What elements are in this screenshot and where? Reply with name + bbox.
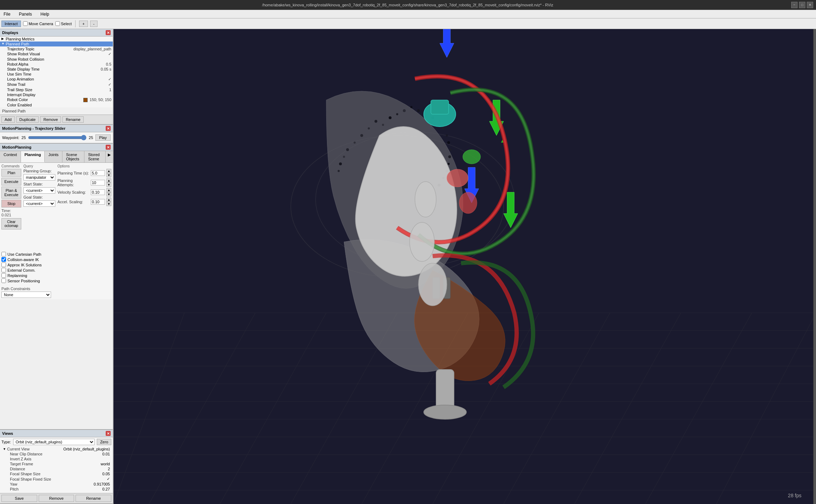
execute-button[interactable]: Execute: [1, 178, 21, 185]
tab-planning[interactable]: Planning: [21, 151, 45, 162]
planning-attempts-label: Planning Attempts:: [57, 178, 89, 187]
displays-close-button[interactable]: ✕: [106, 30, 111, 35]
start-state-dropdown: <current>: [23, 187, 55, 194]
tab-scene-objects[interactable]: Scene Objects: [62, 151, 84, 162]
path-constraints-select[interactable]: None: [1, 292, 51, 298]
interact-button[interactable]: Interact: [1, 21, 21, 27]
target-frame-item[interactable]: Target Frame world: [1, 461, 111, 466]
duplicate-button[interactable]: Duplicate: [16, 116, 39, 123]
window-controls[interactable]: − □ ✕: [791, 2, 813, 8]
use-sim-time-item[interactable]: Use Sim Time: [6, 72, 113, 77]
play-button[interactable]: Play: [95, 134, 111, 141]
use-cartesian-path-checkbox[interactable]: [1, 252, 6, 256]
displays-section: Displays ✕ ▶ Planning Metrics ▼ Planned …: [0, 29, 113, 125]
plan-execute-button[interactable]: Plan & Execute: [1, 187, 21, 199]
external-comm-checkbox[interactable]: [1, 268, 6, 272]
accel-scaling-row: Accel. Scaling: ▲ ▼: [57, 198, 111, 206]
accel-scaling-up[interactable]: ▲: [106, 198, 111, 202]
minimize-button[interactable]: −: [791, 2, 798, 8]
replanning-checkbox[interactable]: [1, 273, 6, 278]
planning-attempts-input[interactable]: [91, 180, 105, 185]
show-robot-visual-item[interactable]: Show Robot Visual ✓: [6, 51, 113, 57]
trajectory-slider-header[interactable]: MotionPlanning - Trajectory Slider ✕: [0, 125, 113, 132]
velocity-scaling-down[interactable]: ▼: [106, 192, 111, 196]
tab-stored-scene[interactable]: Stored Scene: [84, 151, 106, 162]
planning-time-up[interactable]: ▲: [106, 169, 111, 173]
loop-animation-item[interactable]: Loop Animation ✓: [6, 77, 113, 82]
trajectory-topic-item[interactable]: Trajectory Topic display_planned_path: [6, 46, 113, 51]
menu-help[interactable]: Help: [38, 11, 51, 17]
start-state-select[interactable]: <current>: [23, 187, 55, 194]
svg-point-35: [354, 142, 356, 144]
viewport-scrollbar[interactable]: [813, 29, 816, 504]
views-save-button[interactable]: Save: [1, 495, 37, 502]
plus-button[interactable]: +: [79, 21, 88, 27]
maximize-button[interactable]: □: [799, 2, 805, 8]
views-header[interactable]: Views ✕: [0, 430, 113, 437]
waypoint-slider[interactable]: [28, 135, 87, 140]
state-display-time-item[interactable]: State Display Time 0.05 s: [6, 67, 113, 72]
velocity-scaling-up[interactable]: ▲: [106, 188, 111, 192]
stop-button[interactable]: Stop: [1, 200, 21, 207]
views-close-button[interactable]: ✕: [106, 431, 111, 436]
tab-joints[interactable]: Joints: [45, 151, 62, 162]
planning-time-input[interactable]: [91, 170, 105, 176]
goal-state-select[interactable]: <current>: [23, 200, 55, 207]
menu-panels[interactable]: Panels: [17, 11, 34, 17]
views-type-select[interactable]: Orbit (rviz_default_plugins): [13, 439, 95, 445]
sensor-positioning-checkbox[interactable]: [1, 278, 6, 283]
rename-button[interactable]: Rename: [62, 116, 84, 123]
planning-attempts-spinner: ▲ ▼: [106, 178, 111, 187]
motion-planning-content: Commands Plan Execute Plan & Execute Sto…: [0, 163, 113, 299]
show-trail-item[interactable]: Show Trail ✓: [6, 82, 113, 87]
motion-planning-header[interactable]: MotionPlanning ✕: [0, 144, 113, 151]
select-check[interactable]: Select: [55, 21, 72, 26]
collision-aware-ik-checkbox[interactable]: [1, 257, 6, 262]
interrupt-display-item[interactable]: Interrupt Display: [6, 92, 113, 97]
pitch-item[interactable]: Pitch 0.27: [1, 487, 111, 492]
accel-scaling-input[interactable]: [91, 199, 105, 205]
svg-point-58: [424, 405, 466, 419]
displays-header[interactable]: Displays ✕: [0, 29, 113, 37]
minus-button[interactable]: -: [90, 21, 98, 27]
focal-shape-fixed-size-item[interactable]: Focal Shape Fixed Size ✓: [1, 476, 111, 482]
move-camera-check[interactable]: Move Camera: [23, 21, 53, 26]
planning-time-down[interactable]: ▼: [106, 173, 111, 177]
color-enabled-item[interactable]: Color Enabled: [6, 103, 113, 107]
motion-planning-close[interactable]: ✕: [106, 145, 111, 150]
close-button[interactable]: ✕: [807, 2, 813, 8]
velocity-scaling-input[interactable]: [91, 189, 105, 195]
yaw-item[interactable]: Yaw 0.917005: [1, 482, 111, 487]
add-button[interactable]: Add: [1, 116, 15, 123]
planning-attempts-down[interactable]: ▼: [106, 183, 111, 187]
accel-scaling-down[interactable]: ▼: [106, 202, 111, 206]
current-view-item[interactable]: ▼ Current View Orbit (rviz_default_plugi…: [1, 447, 111, 452]
planning-attempts-row: Planning Attempts: ▲ ▼: [57, 178, 111, 187]
tab-context[interactable]: Context: [0, 151, 21, 162]
invert-z-axis-item[interactable]: Invert Z Axis: [1, 456, 111, 461]
tab-more-button[interactable]: ▶: [106, 151, 113, 162]
approx-ik-solutions-checkbox[interactable]: [1, 262, 6, 267]
main-layout: Displays ✕ ▶ Planning Metrics ▼ Planned …: [0, 29, 816, 504]
distance-item[interactable]: Distance 2: [1, 466, 111, 471]
clear-octomap-button[interactable]: Clear octomap: [1, 218, 21, 229]
trajectory-slider-close[interactable]: ✕: [106, 126, 111, 131]
planning-group-select[interactable]: manipulator: [23, 174, 55, 181]
robot-color-item[interactable]: Robot Color 150; 50; 150: [6, 97, 113, 103]
views-remove-button[interactable]: Remove: [39, 495, 74, 502]
planning-attempts-up[interactable]: ▲: [106, 178, 111, 183]
trail-step-size-item[interactable]: Trail Step Size 1: [6, 87, 113, 92]
views-rename-button[interactable]: Rename: [76, 495, 111, 502]
remove-button[interactable]: Remove: [40, 116, 61, 123]
3d-viewport[interactable]: ▲: [113, 29, 816, 504]
robot-alpha-item[interactable]: Robot Alpha 0.5: [6, 62, 113, 67]
views-zero-button[interactable]: Zero: [97, 439, 111, 445]
plan-button[interactable]: Plan: [1, 169, 21, 177]
near-clip-distance-item[interactable]: Near Clip Distance 0.01: [1, 452, 111, 456]
planned-path-item[interactable]: ▼ Planned Path: [0, 41, 113, 46]
menu-file[interactable]: File: [1, 11, 12, 17]
planning-metrics-item[interactable]: ▶ Planning Metrics: [0, 37, 113, 41]
show-robot-collision-item[interactable]: Show Robot Collision: [6, 57, 113, 62]
focal-shape-size-item[interactable]: Focal Shape Size 0.05: [1, 471, 111, 476]
commands-column: Commands Plan Execute Plan & Execute Sto…: [1, 164, 21, 231]
